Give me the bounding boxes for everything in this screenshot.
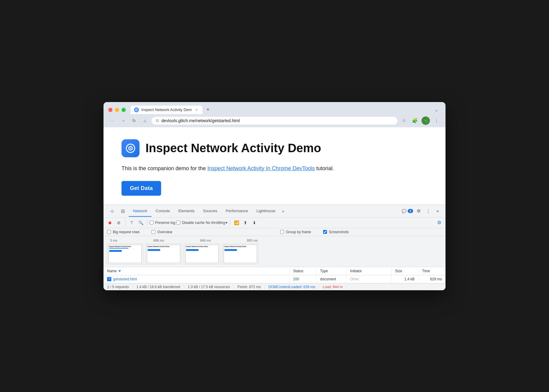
forward-button[interactable]: → (119, 116, 128, 125)
toolbar-separator-3 (230, 220, 230, 226)
tab-more-button[interactable]: » (280, 206, 286, 216)
filter-button[interactable]: ⊤ (128, 219, 136, 227)
layers-tool-button[interactable]: ⊟ (118, 206, 128, 216)
get-data-button[interactable]: Get Data (122, 181, 161, 196)
profile-avatar[interactable]: 🦎 (422, 116, 430, 125)
download-button[interactable]: ⬇ (250, 219, 258, 227)
tab-close-button[interactable]: × (194, 107, 199, 112)
screenshots-timeline: 3 ms 688 ms 846 ms 855 ms Inspect Networ… (104, 236, 446, 267)
browser-window: Inspect Network Activity Dem × + ⌄ ← → ↻… (104, 102, 446, 290)
preserve-log-checkbox[interactable]: Preserve log (150, 221, 175, 225)
table-header: Name ▼ Status Type Initiator Size Time (104, 267, 446, 275)
clear-button[interactable]: ⊘ (115, 219, 123, 227)
svg-point-1 (136, 109, 137, 110)
address-input[interactable]: ⊙ devtools.glitch.me/network/getstarted.… (152, 117, 398, 125)
toolbar-separator-1 (125, 220, 125, 226)
page-subtitle: This is the companion demo for the Inspe… (122, 164, 428, 173)
devtools-more-button[interactable]: ⋮ (424, 207, 432, 215)
page-header: Inspect Network Activity Demo (122, 139, 428, 157)
record-button[interactable]: ⏺ (106, 219, 114, 227)
tab-lighthouse[interactable]: Lighthouse (252, 206, 280, 217)
devtools-tabs: Network Console Elements Sources Perform… (129, 206, 402, 217)
timestamp-2: 688 ms (153, 239, 164, 242)
devtools-topbar: ⊹ ⊟ Network Console Elements Sources Per… (104, 205, 446, 218)
screenshots-row: Inspect Network Activity Demo Inspect Ne… (107, 243, 442, 264)
home-button[interactable]: ⌂ (141, 116, 149, 125)
tab-network[interactable]: Network (129, 206, 152, 217)
subtitle-pre: This is the companion demo for the (122, 165, 207, 171)
address-actions: ☆ 🧩 🦎 ⋮ (400, 116, 441, 125)
messages-button[interactable]: 💬 1 (402, 209, 413, 213)
messages-icon: 💬 (402, 209, 406, 213)
screenshot-1[interactable]: Inspect Network Activity Demo (107, 243, 143, 264)
td-type: document (316, 275, 346, 283)
tab-elements[interactable]: Elements (174, 206, 199, 217)
tab-performance[interactable]: Performance (221, 206, 252, 217)
status-finish: Finish: 872 ms (234, 285, 265, 289)
group-by-frame-checkbox[interactable]: Group by frame (280, 230, 311, 234)
screenshot-4[interactable]: Inspect Network Activity Demo (222, 243, 258, 264)
maximize-window-button[interactable] (122, 108, 126, 112)
td-time: 629 ms (418, 275, 446, 283)
timestamp-4: 855 ms (247, 239, 258, 242)
wifi-button[interactable]: 📶 (232, 219, 240, 227)
tab-bar: Inspect Network Activity Dem × + ⌄ (130, 106, 441, 114)
tab-sources[interactable]: Sources (199, 206, 222, 217)
page-content: Inspect Network Activity Demo This is th… (104, 127, 446, 205)
big-rows-checkbox[interactable]: Big request rows (107, 230, 140, 234)
network-table: Name ▼ Status Type Initiator Size Time ☰… (104, 267, 446, 283)
new-tab-button[interactable]: + (204, 106, 212, 114)
devtools-statusbar: 1 / 5 requests 1.4 kB / 18.6 kB transfer… (104, 283, 446, 290)
devtools-panel: ⊹ ⊟ Network Console Elements Sources Per… (104, 205, 446, 290)
timestamp-3: 846 ms (200, 239, 211, 242)
status-requests: 1 / 5 requests (107, 285, 133, 289)
tab-favicon (134, 107, 139, 112)
overview-checkbox[interactable]: Overview (152, 230, 172, 234)
screenshot-2[interactable]: Inspect Network Activity Demo (146, 243, 182, 264)
timestamps-row: 3 ms 688 ms 846 ms 855 ms (107, 239, 442, 242)
address-bar: ← → ↻ ⌂ ⊙ devtools.glitch.me/network/get… (104, 114, 446, 127)
close-window-button[interactable] (108, 108, 112, 112)
title-bar: Inspect Network Activity Dem × + ⌄ (104, 102, 446, 114)
th-size: Size (392, 267, 418, 275)
status-dom-content-loaded[interactable]: DOMContentLoaded: 639 ms (265, 285, 319, 289)
table-row[interactable]: ☰ getstarted.html 200 document Other 1.4… (104, 275, 446, 283)
upload-button[interactable]: ⬆ (242, 219, 249, 227)
back-button[interactable]: ← (108, 116, 117, 125)
file-icon: ☰ (107, 277, 111, 281)
th-name: Name ▼ (104, 267, 290, 275)
td-name: ☰ getstarted.html (104, 275, 290, 283)
screenshot-3[interactable]: Inspect Network Activity Demo (184, 243, 220, 264)
search-button[interactable]: 🔍 (137, 219, 145, 227)
reload-button[interactable]: ↻ (130, 116, 138, 125)
minimize-window-button[interactable] (115, 108, 119, 112)
status-load: Load: 844 m (319, 285, 347, 289)
disable-cache-checkbox[interactable]: Disable cache (176, 221, 204, 225)
network-settings-button[interactable]: ⚙ (435, 219, 443, 227)
th-initiator: Initiator (346, 267, 392, 275)
extensions-button[interactable]: 🧩 (411, 116, 419, 125)
bookmark-button[interactable]: ☆ (400, 116, 408, 125)
devtools-settings-button[interactable]: ⚙ (414, 207, 423, 215)
devtools-right-actions: 💬 1 ⚙ ⋮ × (402, 207, 442, 215)
timestamp-1: 3 ms (110, 239, 117, 242)
devtools-link[interactable]: Inspect Network Activity In Chrome DevTo… (207, 165, 315, 171)
tracking-icon: ⊙ (156, 118, 159, 123)
traffic-lights (108, 108, 126, 112)
status-resources: 1.3 kB / 17.5 kB resources (184, 285, 234, 289)
status-transferred: 1.4 kB / 18.6 kB transferred (133, 285, 184, 289)
screenshots-checkbox[interactable]: Screenshots (323, 230, 349, 234)
browser-menu-button[interactable]: ⋮ (432, 116, 441, 125)
tab-console[interactable]: Console (152, 206, 174, 217)
cursor-tool-button[interactable]: ⊹ (107, 206, 117, 216)
page-title: Inspect Network Activity Demo (146, 141, 321, 155)
th-status: Status (290, 267, 316, 275)
devtools-close-button[interactable]: × (434, 207, 442, 215)
svg-point-4 (130, 148, 131, 149)
subtitle-post: tutorial. (315, 165, 334, 171)
throttle-select[interactable]: No throttling ▾ (206, 221, 228, 225)
devtools-options: Big request rows Overview Group by frame… (104, 228, 446, 236)
page-logo (122, 139, 140, 157)
active-tab[interactable]: Inspect Network Activity Dem × (130, 106, 202, 114)
tab-expand-button[interactable]: ⌄ (432, 106, 441, 114)
